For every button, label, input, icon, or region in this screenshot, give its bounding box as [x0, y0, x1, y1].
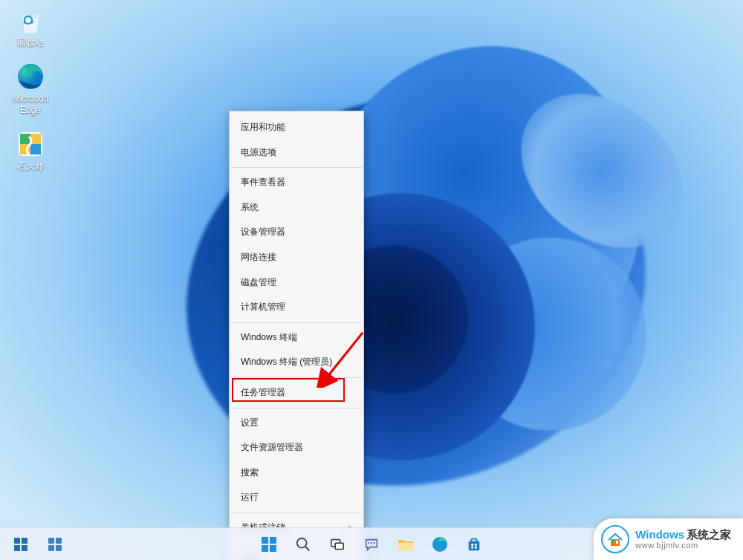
context-menu-item-event-viewer[interactable]: 事件查看器	[230, 170, 363, 195]
context-menu-item-computer-management[interactable]: 计算机管理	[230, 295, 363, 320]
context-menu-item-run[interactable]: 运行	[230, 485, 363, 510]
svg-rect-15	[262, 545, 268, 552]
desktop-icon-edge[interactable]: Microsoft Edge	[4, 61, 56, 115]
context-menu-item-label: 文件资源管理器	[241, 435, 303, 460]
svg-rect-14	[270, 537, 276, 544]
desktop-icon-label: 石大师	[17, 161, 44, 172]
context-menu-item-label: 计算机管理	[241, 295, 285, 320]
context-menu-item-label: 事件查看器	[241, 170, 285, 195]
svg-rect-7	[14, 545, 20, 551]
edge-icon	[15, 61, 46, 92]
context-menu-item-task-manager[interactable]: 任务管理器	[230, 380, 363, 406]
desktop-icon-label: Microsoft Edge	[13, 94, 49, 115]
context-menu-item-label: 设备管理器	[241, 220, 285, 245]
taskbar-explorer-button[interactable]	[391, 530, 421, 559]
svg-rect-31	[475, 546, 477, 548]
context-menu-item-label: Windows 终端 (管理员)	[241, 350, 332, 375]
svg-point-22	[368, 542, 369, 544]
context-menu-item-windows-terminal-admin[interactable]: Windows 终端 (管理员)	[230, 350, 363, 375]
taskbar-start-button[interactable]	[254, 530, 284, 559]
context-menu-item-label: 网络连接	[241, 245, 276, 270]
context-menu-item-power-options[interactable]: 电源选项	[230, 140, 363, 166]
context-menu-item-label: Windows 终端	[241, 325, 297, 351]
context-menu-item-windows-terminal[interactable]: Windows 终端	[230, 325, 363, 351]
taskbar-start-preview[interactable]	[6, 530, 36, 559]
watermark-title-b: 系统之家	[687, 529, 731, 541]
shidashi-icon	[15, 128, 46, 160]
context-menu-item-apps-features[interactable]: 应用和功能	[230, 115, 363, 140]
watermark-title-a: Windows	[635, 529, 684, 541]
taskbar-store-button[interactable]	[459, 530, 489, 559]
desktop-icons-area: 回收站 Microsoft Edge 石	[4, 4, 56, 172]
context-menu-item-label: 磁盘管理	[241, 270, 276, 296]
desktop-icon-shidashi[interactable]: 石大师	[4, 128, 56, 172]
svg-rect-32	[611, 539, 620, 546]
context-menu-item-file-explorer[interactable]: 文件资源管理器	[230, 435, 363, 460]
watermark-badge: Windows 系统之家 www.bjjmlv.com	[594, 518, 743, 560]
context-menu-separator	[231, 408, 362, 408]
context-menu-item-label: 运行	[241, 485, 259, 510]
context-menu-separator	[231, 167, 362, 168]
context-menu-item-settings[interactable]: 设置	[230, 411, 363, 436]
winx-context-menu: 应用和功能电源选项事件查看器系统设备管理器网络连接磁盘管理计算机管理Window…	[229, 111, 364, 560]
taskbar-widgets[interactable]	[40, 530, 70, 559]
context-menu-item-label: 系统	[241, 195, 259, 221]
svg-rect-29	[475, 544, 477, 546]
desktop-icon-label: 回收站	[17, 37, 44, 48]
svg-rect-24	[398, 543, 413, 550]
svg-rect-30	[471, 546, 473, 548]
svg-rect-27	[471, 538, 476, 542]
taskbar-edge-button[interactable]	[425, 530, 455, 559]
desktop-icon-recycle-bin[interactable]: 回收站	[4, 4, 56, 48]
taskbar-chat-button[interactable]	[357, 530, 386, 559]
svg-rect-0	[25, 11, 36, 15]
svg-rect-16	[270, 545, 276, 552]
context-menu-separator	[231, 512, 362, 513]
context-menu-item-network-connections[interactable]: 网络连接	[230, 245, 363, 270]
svg-rect-10	[56, 538, 62, 544]
context-menu-separator	[231, 377, 362, 378]
recycle-bin-icon	[15, 4, 46, 36]
svg-rect-6	[22, 538, 27, 544]
svg-rect-20	[335, 543, 343, 549]
svg-rect-9	[48, 538, 54, 544]
svg-rect-28	[471, 544, 473, 546]
context-menu-separator	[231, 322, 362, 323]
svg-rect-8	[22, 545, 27, 551]
svg-rect-12	[56, 545, 62, 551]
taskbar-task-view-button[interactable]	[322, 530, 352, 559]
svg-line-18	[305, 546, 310, 550]
svg-rect-34	[616, 541, 618, 544]
svg-point-23	[374, 542, 375, 544]
context-menu-item-system[interactable]: 系统	[230, 195, 363, 221]
watermark-url: www.bjjmlv.com	[635, 541, 731, 550]
svg-rect-11	[48, 545, 54, 551]
context-menu-item-label: 搜索	[241, 460, 259, 486]
context-menu-item-device-manager[interactable]: 设备管理器	[230, 220, 363, 245]
watermark-logo-icon	[601, 525, 629, 553]
context-menu-item-disk-management[interactable]: 磁盘管理	[230, 270, 363, 296]
context-menu-item-label: 电源选项	[241, 140, 276, 166]
context-menu-item-label: 应用和功能	[241, 115, 285, 140]
context-menu-item-label: 任务管理器	[241, 380, 285, 406]
context-menu-item-search[interactable]: 搜索	[230, 460, 363, 486]
svg-rect-33	[612, 539, 614, 543]
svg-rect-5	[14, 538, 20, 544]
svg-point-17	[297, 538, 307, 547]
svg-point-21	[371, 542, 372, 544]
svg-rect-13	[262, 537, 268, 544]
context-menu-item-label: 设置	[241, 411, 259, 436]
desktop-wallpaper	[0, 0, 743, 560]
taskbar-search-button[interactable]	[288, 530, 318, 559]
